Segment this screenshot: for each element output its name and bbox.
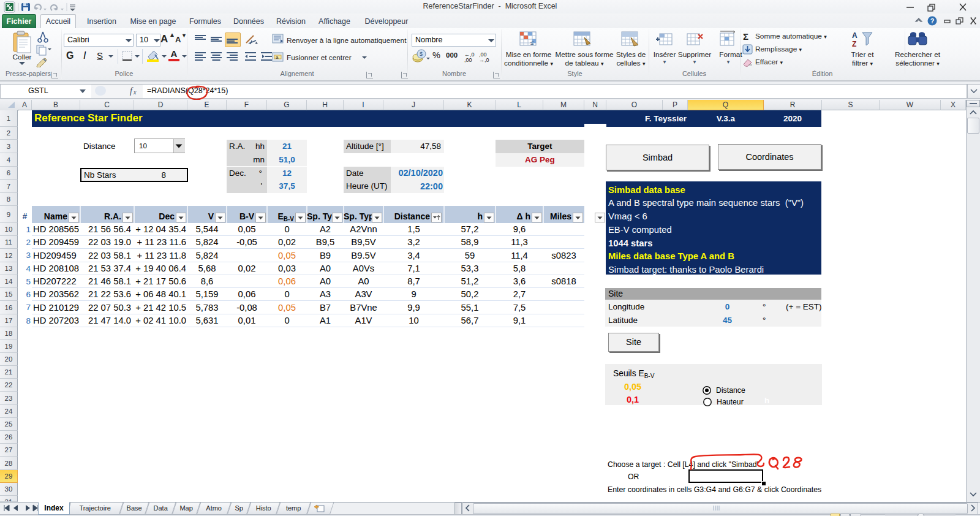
svg-text:A: A (852, 31, 858, 40)
svg-text:→,0: →,0 (479, 57, 489, 63)
svg-text:a: a (276, 55, 279, 60)
svg-text:x: x (133, 89, 137, 96)
svg-text:?: ? (930, 17, 935, 25)
svg-text:Z: Z (852, 40, 856, 48)
svg-text:,00: ,00 (464, 57, 472, 63)
svg-text:≤: ≤ (530, 39, 534, 46)
svg-text:$: $ (420, 51, 423, 57)
